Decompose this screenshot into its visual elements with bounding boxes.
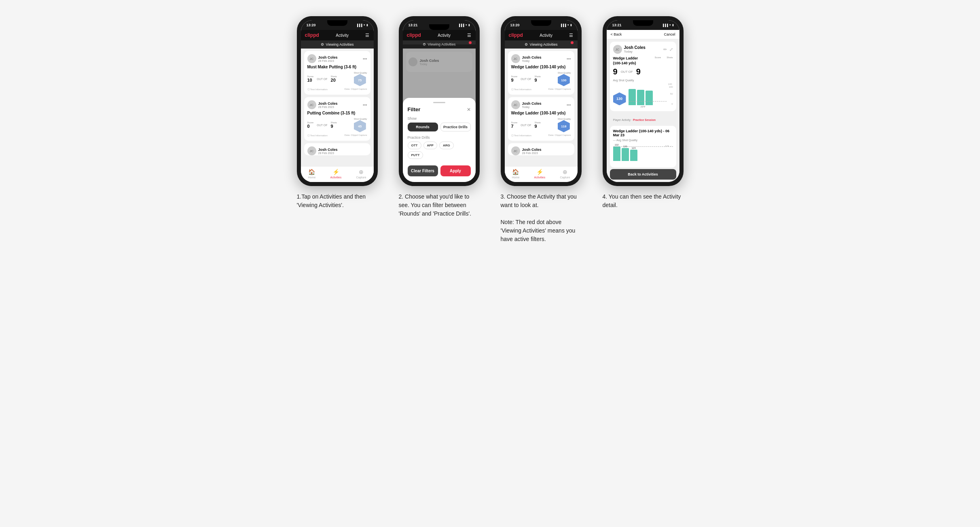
header-title-1: Activity <box>336 33 349 38</box>
card-date-1-1: 28 Feb 2023 <box>318 59 338 62</box>
card-footer-data-1-1: Data: Clippd Capture <box>344 88 367 91</box>
close-btn[interactable]: ✕ <box>467 107 471 112</box>
status-bar-2: 13:21 ▐▐▐ ▾ ▮ <box>403 20 476 30</box>
activity-card-1-1[interactable]: JC Josh Coles 28 Feb 2023 ••• Must Make … <box>304 51 370 95</box>
signal-icon-4: ▐▐▐ <box>662 24 668 27</box>
menu-icon-1[interactable]: ☰ <box>365 33 369 38</box>
clear-filters-btn[interactable]: Clear Filters <box>408 165 438 176</box>
ps-label: Player Activity · <box>613 119 633 121</box>
nav-home-1[interactable]: 🏠 Home <box>308 169 316 179</box>
expand-icon[interactable]: ⤢ <box>669 47 673 52</box>
chip-ott[interactable]: OTT <box>408 142 421 149</box>
rounds-toggle[interactable]: Rounds <box>408 123 438 131</box>
show-label: Show <box>408 116 471 121</box>
phone-column-3: 13:20 ▐▐▐ ▾ ▮ clippd Activity ☰ ⚙ <box>497 16 586 243</box>
status-icons-4: ▐▐▐ ▾ ▮ <box>662 23 674 27</box>
bar-val-1: 132 <box>614 144 618 146</box>
secondary-subtitle: --- Avg Shot Quality <box>613 139 673 142</box>
dots-menu-1-2[interactable]: ••• <box>363 103 367 107</box>
viewing-bar-1[interactable]: ⚙ Viewing Activities <box>301 40 374 49</box>
chart-bar-3 <box>646 91 653 105</box>
back-to-activities-btn[interactable]: Back to Activities <box>610 169 676 180</box>
dots-menu-3-2[interactable]: ••• <box>567 103 571 107</box>
header-title-2: Activity <box>438 33 451 38</box>
logo-2: clippd <box>407 32 421 38</box>
bottom-nav-3: 🏠 Home ⚡ Activities ⊕ Capture <box>505 166 578 182</box>
detail-date: Today <box>624 50 646 53</box>
quality-badge-3-1: 130 <box>558 74 570 86</box>
nav-capture-1[interactable]: ⊕ Capture <box>356 169 366 179</box>
quality-label-3-2: Shot Quality <box>558 118 571 120</box>
detail-score-label: Score <box>654 56 661 59</box>
secondary-avg-line <box>613 146 673 147</box>
filter-sheet: Filter ✕ Show Rounds Practice Drills Pra… <box>403 98 476 182</box>
score-value-3-2: 7 <box>511 124 518 129</box>
capture-icon-3: ⊕ <box>563 169 567 175</box>
chip-app[interactable]: APP <box>423 142 437 149</box>
edit-icon[interactable]: ✏ <box>663 47 667 52</box>
activity-card-1-2[interactable]: JC Josh Coles 28 Feb 2023 ••• Putting Co… <box>304 97 370 141</box>
filter-icon-1: ⚙ <box>321 42 324 47</box>
filter-chips: OTT APP ARG PUTT <box>408 142 471 159</box>
apply-btn[interactable]: Apply <box>440 165 471 176</box>
back-btn[interactable]: < Back <box>611 32 622 36</box>
card-date-3-1: Today <box>522 59 542 62</box>
dots-menu-1-1[interactable]: ••• <box>363 57 367 61</box>
activity-card-3-3[interactable]: JC Josh Coles 28 Feb 2023 <box>508 143 574 155</box>
menu-icon-2[interactable]: ☰ <box>467 33 471 38</box>
chip-arg[interactable]: ARG <box>439 142 454 149</box>
signal-icon-1: ▐▐▐ <box>356 24 362 27</box>
ps-link[interactable]: Practice Session <box>633 119 656 121</box>
status-bar-4: 13:21 ▐▐▐ ▾ ▮ <box>607 20 679 30</box>
card-footer-info-3-2: ⓘ Test Information <box>511 134 531 138</box>
phone-3: 13:20 ▐▐▐ ▾ ▮ clippd Activity ☰ ⚙ <box>501 16 582 186</box>
activity-title-3-1: Wedge Ladder (100-140 yds) <box>511 65 571 69</box>
card-footer-info-1-2: ⓘ Test Information <box>307 134 328 138</box>
viewing-bar-3[interactable]: ⚙ Viewing Activities <box>505 40 578 49</box>
detail-user-card: JC Josh Coles Today ✏ ⤢ <box>610 42 676 111</box>
card-date-3-2: Today <box>522 106 542 108</box>
chip-putt[interactable]: PUTT <box>408 151 423 159</box>
activity-card-3-2[interactable]: JC Josh Coles Today ••• Wedge Ladder (10… <box>508 97 574 141</box>
detail-shots-val: 9 <box>636 67 641 76</box>
quality-label-1-2: Shot Quality <box>354 118 367 120</box>
practice-toggle[interactable]: Practice Drills <box>440 123 471 131</box>
secondary-right-label: 124 → <box>665 145 672 147</box>
quality-badge-1-1: 75 <box>354 74 366 86</box>
app-header-1: clippd Activity ☰ <box>301 30 374 40</box>
practice-drills-label: Practice Drills <box>408 135 471 140</box>
quality-label-1-1: Shot Quality <box>354 72 367 74</box>
wifi-icon-2: ▾ <box>466 23 467 27</box>
card-name-1-3: Josh Coles <box>318 148 338 152</box>
notch-3 <box>531 20 551 26</box>
battery-icon-3: ▮ <box>570 23 572 27</box>
bar-1 <box>613 146 620 161</box>
battery-icon-4: ▮ <box>672 23 674 27</box>
notch-2 <box>429 24 449 30</box>
activity-card-3-1[interactable]: JC Josh Coles Today ••• Wedge Ladder (10… <box>508 51 574 95</box>
signal-icon-3: ▐▐▐ <box>560 24 566 27</box>
nav-activities-3[interactable]: ⚡ Activities <box>534 169 546 179</box>
notch-4 <box>633 20 653 26</box>
scroll-content-1: JC Josh Coles 28 Feb 2023 ••• Must Make … <box>301 49 374 166</box>
dots-menu-3-1[interactable]: ••• <box>567 57 571 61</box>
shots-value-1-2: 9 <box>331 124 337 129</box>
nav-capture-3[interactable]: ⊕ Capture <box>560 169 570 179</box>
activities-icon-1: ⚡ <box>332 169 339 175</box>
detail-name: Josh Coles <box>624 45 646 50</box>
card-footer-info-3-1: ⓘ Test Information <box>511 88 531 91</box>
menu-icon-3[interactable]: ☰ <box>569 33 573 38</box>
card-date-1-3: 28 Feb 2023 <box>318 152 338 155</box>
cancel-btn[interactable]: Cancel <box>664 32 675 36</box>
secondary-card: Wedge Ladder (100-140 yds) - 06 Mar 23 -… <box>610 126 676 167</box>
activity-card-1-3[interactable]: JC Josh Coles 28 Feb 2023 <box>304 143 370 155</box>
y-label-140: 140 <box>668 83 672 85</box>
phones-row: 13:20 ▐▐▐ ▾ ▮ clippd Activity ☰ ⚙ <box>293 16 688 243</box>
nav-home-3[interactable]: 🏠 Home <box>512 169 520 179</box>
status-time-2: 13:21 <box>409 23 418 27</box>
nav-activities-1[interactable]: ⚡ Activities <box>330 169 342 179</box>
caption-1: 1.Tap on Activities and then 'Viewing Ac… <box>297 193 378 210</box>
detail-header: < Back Cancel <box>607 30 679 39</box>
phone-column-4: 13:21 ▐▐▐ ▾ ▮ < Back Cancel <box>599 16 688 210</box>
chart-bar-1 <box>629 89 636 106</box>
